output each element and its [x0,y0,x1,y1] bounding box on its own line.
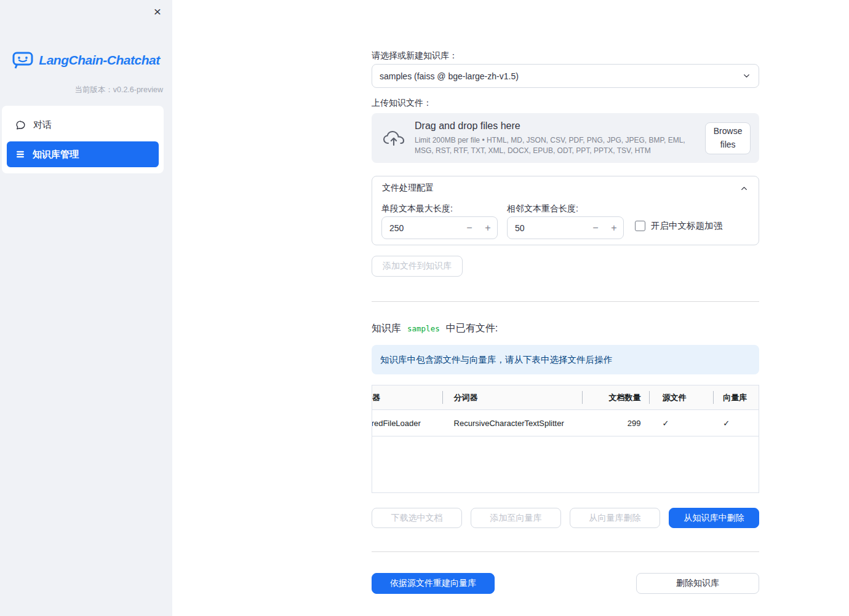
kb-files-prefix: 知识库 [372,322,401,335]
chunk-size-input[interactable]: 250 − + [381,216,498,239]
file-config-expander: 文件处理配置 单段文本最大长度: 相邻文本重合长度: 250 − + 50 − … [372,176,759,245]
table-header-splitter[interactable]: 分词器 [443,385,583,409]
app-logo: LangChain-Chatchat [0,52,172,69]
overlap-size-decrement-button[interactable]: − [586,223,605,234]
uploader-text-block: Drag and drop files here Limit 200MB per… [415,120,705,155]
sidebar-close-icon[interactable]: × [150,2,165,20]
upload-label: 上传知识文件： [372,98,432,109]
table-header-doc-count[interactable]: 文档数量 [583,385,650,409]
divider [372,301,759,302]
delete-from-kb-button[interactable]: 从知识库中删除 [669,508,759,528]
sidebar: × LangChain-Chatchat 当前版本：v0.2.6-preview… [0,0,172,616]
table-action-buttons: 下载选中文档 添加至向量库 从向量库删除 从知识库中删除 [372,508,759,528]
sidebar-item-knowledge-base[interactable]: 知识库管理 [7,141,159,167]
cell-in-source-check: ✓ [650,410,714,436]
expander-title: 文件处理配置 [382,183,434,194]
info-alert-text: 知识库中包含源文件与向量库，请从下表中选择文件后操作 [380,354,612,366]
cell-splitter: RecursiveCharacterTextSplitter [443,410,583,436]
zh-title-enhance-checkbox-row[interactable]: 开启中文标题加强 [635,220,722,232]
kb-select[interactable]: samples (faiss @ bge-large-zh-v1.5) [372,64,759,88]
checkbox-unchecked[interactable] [635,221,645,231]
browse-files-button[interactable]: Browse files [705,122,751,154]
overlap-size-value[interactable]: 50 [508,223,586,233]
chevron-up-icon [739,184,749,193]
add-to-vector-store-button[interactable]: 添加至向量库 [471,508,561,528]
cell-doc-count: 299 [583,410,650,436]
sidebar-item-label: 知识库管理 [33,149,79,160]
uploader-title: Drag and drop files here [415,120,705,132]
delete-kb-button[interactable]: 删除知识库 [636,573,759,594]
chevron-down-icon [742,71,751,81]
chunk-size-value[interactable]: 250 [382,223,460,233]
rebuild-vector-store-button[interactable]: 依据源文件重建向量库 [372,573,495,594]
zh-title-enhance-label: 开启中文标题加强 [651,220,722,232]
uploader-limits: Limit 200MB per file • HTML, MD, JSON, C… [415,135,705,155]
file-uploader-dropzone[interactable]: Drag and drop files here Limit 200MB per… [372,113,759,163]
overlap-size-label: 相邻文本重合长度: [507,203,578,215]
chunk-size-increment-button[interactable]: + [479,223,497,234]
kb-files-suffix: 中已有文件: [446,322,498,335]
kb-select-value: samples (faiss @ bge-large-zh-v1.5) [380,71,519,81]
delete-from-vector-store-button[interactable]: 从向量库删除 [570,508,660,528]
chunk-size-label: 单段文本最大长度: [381,203,453,215]
kb-name-code: samples [406,324,441,333]
main-content: 请选择或新建知识库： samples (faiss @ bge-large-zh… [372,0,759,616]
overlap-size-increment-button[interactable]: + [605,223,623,234]
info-alert: 知识库中包含源文件与向量库，请从下表中选择文件后操作 [372,345,759,374]
logo-chat-icon [12,52,33,69]
download-selected-button[interactable]: 下载选中文档 [372,508,462,528]
version-label: 当前版本：v0.2.6-preview [74,85,163,95]
list-stack-icon [15,149,25,159]
cell-loader: UnstructuredFileLoader [372,410,443,436]
table-row[interactable]: UnstructuredFileLoader RecursiveCharacte… [372,410,759,436]
add-files-to-kb-button[interactable]: 添加文件到知识库 [372,256,463,277]
kb-files-heading: 知识库 samples 中已有文件: [372,322,498,335]
divider [372,551,759,552]
table-header-vector-store[interactable]: 向量库 [714,385,759,409]
overlap-size-input[interactable]: 50 − + [507,216,624,239]
kb-files-table: 文档加载器 分词器 文档数量 源文件 向量库 UnstructuredFileL… [372,385,759,493]
cloud-upload-icon [383,130,405,146]
logo-text: LangChain-Chatchat [39,53,159,68]
sidebar-menu: 对话 知识库管理 [2,106,164,173]
table-header-loader[interactable]: 文档加载器 [372,385,443,409]
table-header-row: 文档加载器 分词器 文档数量 源文件 向量库 [372,385,759,410]
table-header-source-file[interactable]: 源文件 [650,385,714,409]
sidebar-item-label: 对话 [33,119,52,131]
chat-bubble-icon [15,120,26,130]
sidebar-item-dialogue[interactable]: 对话 [7,112,159,138]
chunk-size-decrement-button[interactable]: − [460,223,479,234]
expander-header[interactable]: 文件处理配置 [372,176,759,200]
cell-in-vector-check: ✓ [714,410,759,436]
kb-select-label: 请选择或新建知识库： [372,50,458,61]
